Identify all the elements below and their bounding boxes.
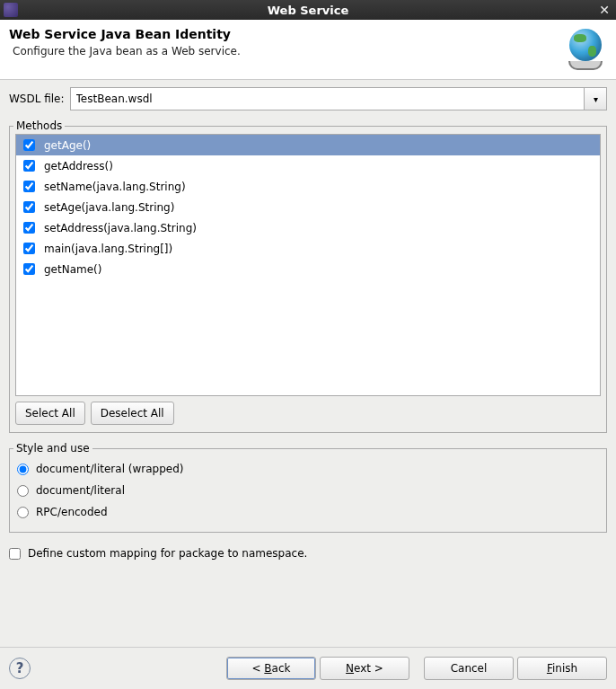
- method-checkbox[interactable]: [23, 181, 35, 192]
- methods-group: Methods getAge()getAddress()setName(java…: [9, 119, 607, 433]
- method-checkbox[interactable]: [23, 201, 35, 213]
- titlebar: Web Service ✕: [0, 0, 616, 20]
- finish-button[interactable]: Finish: [517, 657, 607, 680]
- method-item[interactable]: getAddress(): [16, 155, 600, 176]
- method-checkbox[interactable]: [23, 139, 35, 151]
- style-radio[interactable]: [17, 464, 29, 475]
- wsdl-file-input[interactable]: [70, 87, 584, 110]
- method-item[interactable]: setName(java.lang.String): [16, 176, 600, 197]
- banner-globe-icon: [564, 27, 607, 70]
- custom-mapping-checkbox[interactable]: [9, 548, 21, 560]
- window-title: Web Service: [268, 4, 349, 17]
- close-icon: ✕: [599, 3, 610, 17]
- custom-mapping-label: Define custom mapping for package to nam…: [28, 547, 307, 560]
- close-button[interactable]: ✕: [596, 2, 612, 18]
- method-label: setAddress(java.lang.String): [44, 222, 197, 234]
- method-item[interactable]: main(java.lang.String[]): [16, 238, 600, 259]
- method-item[interactable]: getName(): [16, 259, 600, 279]
- method-checkbox[interactable]: [23, 263, 35, 275]
- wizard-footer: ? < Back Next > Cancel Finish: [0, 647, 616, 689]
- back-button[interactable]: < Back: [226, 657, 316, 680]
- style-radio-label: document/literal (wrapped): [36, 463, 183, 475]
- method-item[interactable]: setAge(java.lang.String): [16, 197, 600, 217]
- chevron-down-icon: ▾: [594, 94, 598, 104]
- methods-legend: Methods: [13, 119, 65, 132]
- method-label: setName(java.lang.String): [44, 181, 186, 193]
- deselect-all-button[interactable]: Deselect All: [91, 402, 174, 425]
- style-radio-label: document/literal: [36, 484, 125, 497]
- select-all-button[interactable]: Select All: [15, 402, 85, 425]
- help-button[interactable]: ?: [9, 658, 31, 679]
- page-subtitle: Configure the Java bean as a Web service…: [9, 45, 557, 57]
- wizard-header: Web Service Java Bean Identity Configure…: [0, 20, 616, 80]
- style-group: Style and use document/literal (wrapped)…: [9, 442, 607, 533]
- page-title: Web Service Java Bean Identity: [9, 27, 557, 41]
- method-label: main(java.lang.String[]): [44, 243, 172, 255]
- method-checkbox[interactable]: [23, 243, 35, 254]
- methods-list[interactable]: getAge()getAddress()setName(java.lang.St…: [15, 134, 601, 396]
- style-legend: Style and use: [13, 442, 92, 455]
- cancel-button[interactable]: Cancel: [424, 657, 514, 680]
- method-item[interactable]: getAge(): [16, 135, 600, 155]
- style-radio[interactable]: [17, 485, 29, 497]
- wsdl-label: WSDL file:: [9, 93, 65, 105]
- method-item[interactable]: setAddress(java.lang.String): [16, 217, 600, 238]
- help-icon: ?: [16, 660, 24, 676]
- method-label: getAge(): [44, 139, 91, 152]
- app-icon: [4, 3, 18, 17]
- method-checkbox[interactable]: [23, 222, 35, 234]
- style-radio-label: RPC/encoded: [36, 506, 108, 518]
- method-label: getName(): [44, 263, 101, 276]
- style-radio[interactable]: [17, 507, 29, 518]
- method-label: getAddress(): [44, 160, 113, 172]
- wsdl-dropdown-button[interactable]: ▾: [584, 87, 607, 110]
- method-label: setAge(java.lang.String): [44, 201, 174, 214]
- method-checkbox[interactable]: [23, 160, 35, 172]
- next-button[interactable]: Next >: [320, 657, 409, 680]
